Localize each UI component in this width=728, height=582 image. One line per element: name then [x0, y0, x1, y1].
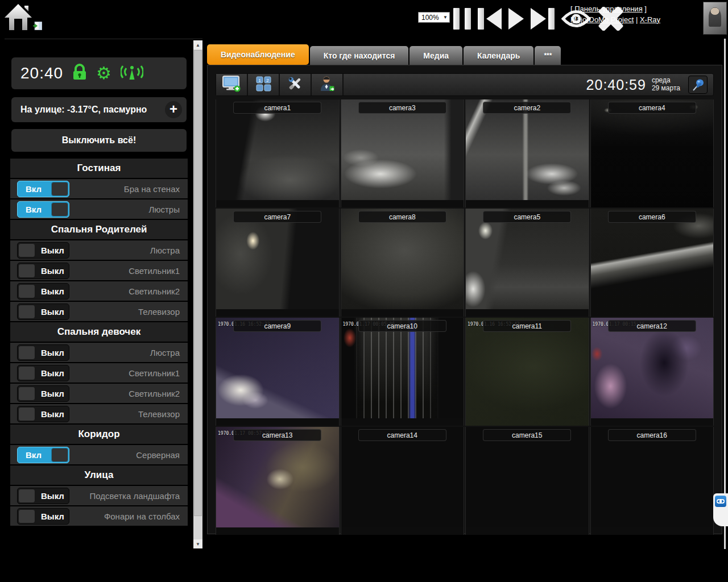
camera-cell: camera5	[465, 209, 589, 317]
toggle-state-label: Вкл	[26, 205, 42, 214]
tab-more[interactable]: ***	[535, 46, 561, 65]
exit-window-icon[interactable]	[33, 22, 42, 30]
toggle-knob	[51, 202, 68, 217]
toggle-knob	[18, 305, 35, 319]
camera-cell: 1970.01.17 00:57:28camera13	[216, 427, 340, 535]
device-toggle[interactable]: Вкл	[17, 201, 69, 218]
pin-button[interactable]	[688, 76, 708, 94]
add-icon[interactable]: +	[165, 101, 182, 118]
gear-icon[interactable]: ⚙	[96, 65, 111, 82]
device-row: ВыклСветильник2	[10, 281, 188, 302]
all-off-button[interactable]: Выключить всё!	[11, 129, 187, 152]
camera-feed[interactable]	[341, 99, 464, 200]
majordomo-project-link[interactable]: MajorDoMo Project	[570, 15, 634, 24]
tab-media[interactable]: Медиа	[410, 46, 462, 65]
room-section-header: Коридор	[10, 425, 188, 445]
camera-cell: 1970.01.16 16:52:43camera11	[465, 318, 589, 426]
scrollbar-thumb[interactable]	[194, 50, 202, 516]
device-list: ГостинаяВклБра на стенахВклЛюстрыСпальня…	[10, 159, 188, 527]
antenna-icon[interactable]	[121, 64, 143, 83]
sidebar-status-panel: 20:40 ⚙	[11, 57, 187, 89]
sidebar: 20:40 ⚙	[5, 39, 202, 549]
zoom-select[interactable]: 100% ▼	[418, 12, 450, 23]
add-display-button[interactable]	[216, 74, 248, 95]
camera-feed[interactable]	[216, 209, 339, 309]
device-toggle[interactable]: Вкл	[17, 447, 69, 463]
device-label: Светильник2	[69, 389, 181, 398]
pause-icon[interactable]	[453, 8, 471, 30]
tab-video-surveillance[interactable]: Видеонаблюдение	[207, 44, 309, 65]
link-separator: |	[636, 15, 638, 24]
toggle-state-label: Выкл	[41, 491, 64, 501]
device-toggle[interactable]: Выкл	[17, 385, 69, 402]
room-section-header: Спальня девочек	[10, 322, 188, 343]
home-icon[interactable]	[3, 2, 33, 32]
user-avatar[interactable]	[703, 2, 727, 35]
sidebar-scrollbar[interactable]: ▲ ▼	[193, 40, 202, 548]
toggle-knob	[18, 243, 35, 257]
device-toggle[interactable]: Выкл	[17, 304, 69, 320]
layout-grid-button[interactable]: 1 2	[248, 74, 280, 95]
camera-feed[interactable]	[466, 209, 589, 309]
control-panel-link[interactable]: Панель управления	[574, 5, 642, 13]
camera-label: camera7	[233, 211, 321, 223]
next-icon[interactable]	[531, 8, 555, 30]
tab-who-is-where[interactable]: Кто где находится	[310, 46, 409, 65]
weather-text: На улице: -3.17°C, пасмурно	[20, 105, 165, 115]
previous-icon[interactable]	[478, 8, 502, 30]
device-toggle[interactable]: Выкл	[17, 283, 69, 300]
camera-feed[interactable]	[216, 318, 339, 418]
xray-link[interactable]: X-Ray	[640, 15, 660, 24]
device-label: Светильник1	[69, 368, 181, 378]
camera-feed[interactable]	[341, 318, 464, 418]
device-toggle[interactable]: Выкл	[17, 263, 69, 279]
device-label: Телевизор	[69, 307, 181, 317]
camera-feed[interactable]	[591, 427, 714, 527]
toggle-knob	[18, 264, 35, 278]
device-label: Люстра	[69, 246, 181, 255]
camera-label: camera16	[608, 429, 696, 441]
camera-feed[interactable]	[341, 427, 464, 527]
device-row: ВклСерверная	[10, 445, 188, 465]
device-label: Светильник1	[69, 266, 181, 276]
camera-feed[interactable]	[591, 318, 714, 418]
device-toggle[interactable]: Выкл	[17, 365, 69, 381]
pushpin-icon	[692, 78, 704, 92]
camera-feed[interactable]	[466, 318, 589, 426]
teamviewer-tab[interactable]	[713, 493, 728, 526]
tab-calendar[interactable]: Календарь	[464, 46, 533, 65]
device-toggle[interactable]: Выкл	[17, 488, 69, 504]
camera-label: camera5	[483, 211, 571, 223]
device-toggle[interactable]: Вкл	[17, 181, 69, 197]
toggle-knob	[18, 509, 35, 523]
toggle-knob	[18, 284, 35, 298]
scroll-down-icon[interactable]: ▼	[193, 539, 202, 548]
settings-tools-button[interactable]	[280, 74, 312, 95]
toggle-knob	[51, 182, 68, 196]
play-icon[interactable]	[508, 8, 524, 30]
device-label: Серверная	[69, 450, 181, 460]
device-row: ВыклПодсветка ландшафта	[10, 486, 188, 506]
clock-day: среда	[652, 77, 680, 85]
camera-feed[interactable]	[591, 99, 714, 207]
grid-layout-icon: 1 2	[256, 76, 271, 94]
camera-feed[interactable]	[466, 427, 589, 527]
camera-feed[interactable]	[591, 209, 714, 317]
camera-label: camera12	[608, 320, 696, 332]
camera-feed[interactable]	[216, 99, 339, 200]
device-toggle[interactable]: Выкл	[17, 406, 69, 422]
camera-cell: camera8	[341, 209, 465, 317]
device-toggle[interactable]: Выкл	[17, 344, 69, 361]
camera-label: camera3	[358, 102, 446, 114]
lock-icon[interactable]	[72, 64, 87, 83]
device-toggle[interactable]: Выкл	[17, 508, 69, 525]
app-window: 100% ▼	[0, 0, 728, 582]
scroll-up-icon[interactable]: ▲	[193, 40, 202, 49]
camera-feed[interactable]	[216, 427, 339, 527]
toggle-state-label: Выкл	[41, 409, 64, 419]
camera-feed[interactable]	[466, 99, 589, 200]
operator-button[interactable]	[312, 74, 344, 95]
toggle-state-label: Выкл	[41, 286, 64, 296]
device-toggle[interactable]: Выкл	[17, 242, 69, 259]
camera-feed[interactable]	[341, 209, 464, 309]
